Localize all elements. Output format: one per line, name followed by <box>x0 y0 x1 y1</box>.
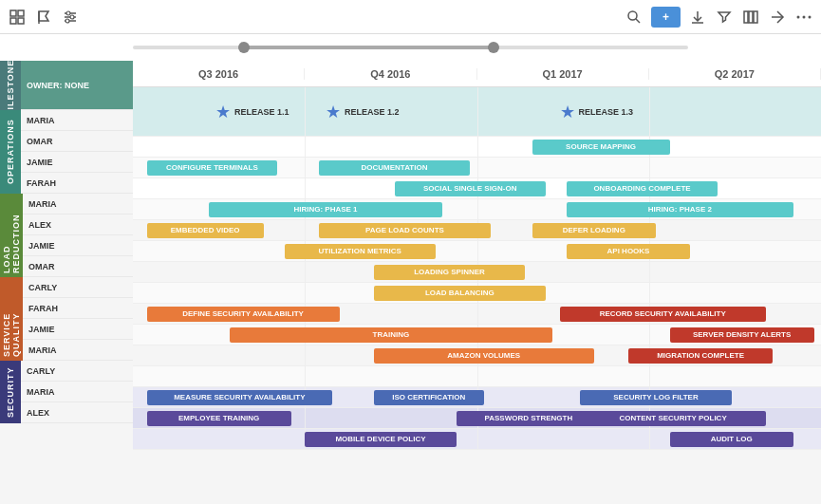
load-row-omar: OMAR <box>23 256 133 277</box>
load-row-alex: ALEX <box>23 215 133 235</box>
gantt-row-ops-farah: HIRING: PHASE 1 HIRING: PHASE 2 <box>133 199 821 220</box>
timeline-slider[interactable] <box>0 34 821 61</box>
svg-point-18 <box>797 15 800 18</box>
milestone-release-1-3: ★ RELEASE 1.3 <box>560 102 634 122</box>
quarter-q3-2016: Q3 2016 <box>133 68 305 80</box>
bar-api-hooks: API HOOKS <box>567 244 691 259</box>
svg-line-12 <box>636 19 640 23</box>
svg-rect-15 <box>749 11 753 23</box>
gantt-area: Q3 2016 Q4 2016 Q1 2017 Q2 2017 ★ RELEAS… <box>133 61 821 504</box>
quarter-q2-2017: Q2 2017 <box>649 68 821 80</box>
bar-amazon-volumes: AMAZON VOLUMES <box>374 348 594 364</box>
bar-password-strength: PASSWORD STRENGTH <box>457 411 601 426</box>
svg-rect-1 <box>18 10 24 16</box>
gantt-row-sec-carly: MEASURE SECURITY AVAILABILITY ISO CERTIF… <box>133 387 821 408</box>
milestone-owner-label: OWNER: NONE <box>21 61 133 110</box>
load-row-jamie: JAMIE <box>23 235 133 256</box>
sliders-icon[interactable] <box>61 8 80 27</box>
bar-security-log-filter: SECURITY LOG FILTER <box>580 390 732 405</box>
flag-icon[interactable] <box>34 8 53 27</box>
left-panel: MILESTONES OWNER: NONE OPERATIONS MARIA … <box>0 61 133 504</box>
gantt-row-svc-maria <box>133 366 821 387</box>
bar-load-balancing: LOAD BALANCING <box>374 286 546 301</box>
add-button[interactable]: + <box>651 7 681 28</box>
gantt-row-svc-carly: DEFINE SECURITY AVAILABILITY RECORD SECU… <box>133 304 821 325</box>
bar-server-density-alerts: SERVER DENSITY ALERTS <box>670 327 814 343</box>
gantt-row-load-omar: LOAD BALANCING <box>133 283 821 304</box>
section-label-milestones: MILESTONES <box>0 61 21 110</box>
milestone-release-1-1: ★ RELEASE 1.1 <box>215 102 289 122</box>
grid-icon[interactable] <box>8 8 27 27</box>
svg-point-11 <box>628 11 637 20</box>
svg-rect-16 <box>754 11 757 23</box>
gantt-row-svc-farah: TRAINING SERVER DENSITY ALERTS <box>133 325 821 345</box>
section-label-service-quality: SERVICE QUALITY <box>0 277 23 361</box>
columns-icon[interactable] <box>741 8 760 27</box>
quarter-header: Q3 2016 Q4 2016 Q1 2017 Q2 2017 <box>133 61 821 87</box>
bar-social-sign-on: SOCIAL SINGLE SIGN-ON <box>395 181 547 196</box>
gantt-row-ops-maria: SOURCE MAPPING <box>133 137 821 158</box>
bar-mobile-device-policy: MOBILE DEVICE POLICY <box>305 432 457 447</box>
gantt-row-load-jamie: LOADING SPINNER <box>133 262 821 283</box>
section-label-load-reduction: LOAD REDUCTION <box>0 194 23 277</box>
section-label-operations: OPERATIONS <box>0 110 21 194</box>
gantt-row-load-alex: UTILIZATION METRICS API HOOKS <box>133 241 821 262</box>
sec-row-carly: CARLY <box>21 361 133 382</box>
ops-row-jamie: JAMIE <box>21 152 133 173</box>
bar-iso-certification: ISO CERTIFICATION <box>374 390 484 405</box>
svg-point-20 <box>809 15 812 18</box>
bar-training: TRAINING <box>230 327 553 343</box>
svg-point-10 <box>65 19 69 23</box>
download-icon[interactable] <box>688 8 707 27</box>
svg-rect-3 <box>18 18 24 24</box>
bar-loading-spinner: LOADING SPINNER <box>374 265 526 280</box>
gantt-row-milestones: ★ RELEASE 1.1 ★ RELEASE 1.2 ★ RELEASE 1.… <box>133 87 821 137</box>
bar-record-security-availability: RECORD SECURITY AVAILABILITY <box>560 307 767 322</box>
gantt-row-ops-omar: CONFIGURE TERMINALS DOCUMENTATION <box>133 158 821 178</box>
bar-migration-complete: MIGRATION COMPLETE <box>628 348 773 364</box>
quarter-q1-2017: Q1 2017 <box>477 68 649 80</box>
milestone-release-1-2: ★ RELEASE 1.2 <box>326 102 400 122</box>
svc-row-carly: CARLY <box>23 277 133 298</box>
svg-point-8 <box>66 11 70 15</box>
ops-row-maria: MARIA <box>21 110 133 131</box>
bar-configure-terminals: CONFIGURE TERMINALS <box>147 160 278 176</box>
slider-thumb-right[interactable] <box>488 42 499 53</box>
svg-point-19 <box>803 15 806 18</box>
bar-page-load-counts: PAGE LOAD COUNTS <box>319 223 491 238</box>
gantt-row-load-maria: EMBEDDED VIDEO PAGE LOAD COUNTS DEFER LO… <box>133 220 821 241</box>
bar-source-mapping: SOURCE MAPPING <box>532 140 670 155</box>
bar-utilization-metrics: UTILIZATION METRICS <box>285 244 437 259</box>
bar-define-security-availability: DEFINE SECURITY AVAILABILITY <box>147 307 340 322</box>
main-area: MILESTONES OWNER: NONE OPERATIONS MARIA … <box>0 61 821 504</box>
gantt-row-svc-jamie: AMAZON VOLUMES MIGRATION COMPLETE <box>133 345 821 366</box>
bar-measure-security-availability: MEASURE SECURITY AVAILABILITY <box>147 390 333 405</box>
ops-row-farah: FARAH <box>21 173 133 194</box>
sec-row-alex: ALEX <box>21 402 133 423</box>
bar-audit-log: AUDIT LOG <box>670 432 794 447</box>
gantt-row-ops-jamie: SOCIAL SINGLE SIGN-ON ONBOARDING COMPLET… <box>133 178 821 199</box>
svg-rect-14 <box>744 11 748 23</box>
svg-rect-2 <box>10 18 16 24</box>
bar-hiring-phase-2: HIRING: PHASE 2 <box>567 202 793 217</box>
slider-thumb-left[interactable] <box>238 42 250 53</box>
share-icon[interactable] <box>768 8 787 27</box>
bar-onboarding-complete: ONBOARDING COMPLETE <box>567 181 718 196</box>
filter-icon[interactable] <box>715 8 734 27</box>
svc-row-jamie: JAMIE <box>23 319 133 340</box>
bar-defer-loading: DEFER LOADING <box>532 223 657 238</box>
more-icon[interactable] <box>794 8 813 27</box>
bar-hiring-phase-1: HIRING: PHASE 1 <box>209 202 443 217</box>
bar-content-security-policy: CONTENT SECURITY POLICY <box>580 411 766 426</box>
quarter-q4-2016: Q4 2016 <box>305 68 476 80</box>
bar-employee-training: EMPLOYEE TRAINING <box>147 411 291 426</box>
sec-row-maria: MARIA <box>21 382 133 402</box>
gantt-row-sec-maria: EMPLOYEE TRAINING PASSWORD STRENGTH CONT… <box>133 408 821 429</box>
plus-icon: + <box>662 10 669 24</box>
gantt-row-sec-alex: MOBILE DEVICE POLICY AUDIT LOG <box>133 429 821 450</box>
search-icon[interactable] <box>625 8 644 27</box>
svc-row-maria: MARIA <box>23 340 133 361</box>
toolbar: + <box>0 0 821 34</box>
svg-rect-0 <box>10 10 16 16</box>
load-row-maria: MARIA <box>23 194 133 215</box>
